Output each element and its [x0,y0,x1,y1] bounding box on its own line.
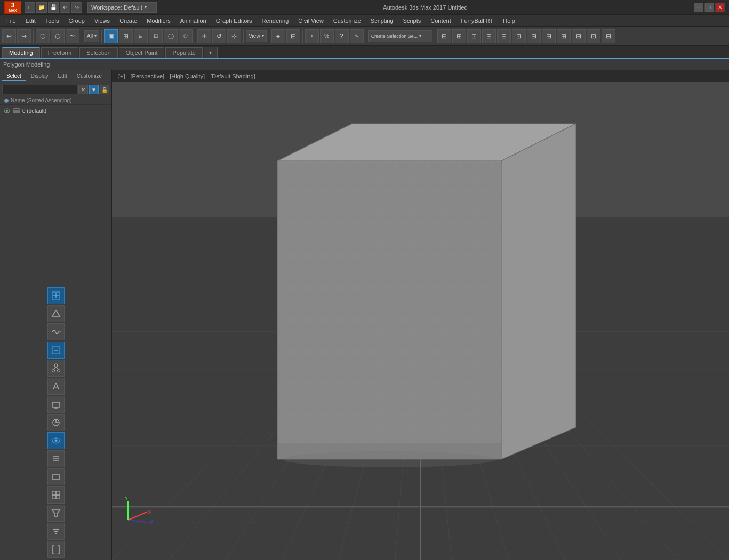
cmd-motion-btn[interactable] [47,378,65,395]
angle-snap-btn[interactable]: ⌖ [305,29,319,43]
view-label: View [249,33,260,39]
curve-editor-btn[interactable]: ⊟ [527,29,541,43]
percent-snap-btn[interactable]: % [320,29,334,43]
menu-furryball[interactable]: FurryBall RT [456,15,498,27]
filter-dropdown[interactable]: All ▾ [84,30,99,42]
menu-group[interactable]: Group [64,15,89,27]
menu-file[interactable]: File [2,15,20,27]
menu-customize[interactable]: Customize [329,15,365,27]
tab-object-paint[interactable]: Object Paint [119,47,165,58]
viewport-quality[interactable]: [High Quality] [167,72,207,80]
undo-btn[interactable]: ↩ [2,29,16,43]
menu-help[interactable]: Help [499,15,519,27]
scale-btn[interactable]: ⊹ [227,29,241,43]
menu-rendering[interactable]: Rendering [258,15,293,27]
cmd-funnel-btn[interactable] [47,505,65,522]
render-last-btn[interactable]: ⊟ [602,29,615,43]
search-clear-btn[interactable]: ✕ [78,85,88,94]
maximize-btn[interactable]: □ [704,3,714,12]
cmd-grid-btn[interactable] [47,486,65,504]
cmd-eye-btn[interactable] [47,432,65,449]
viewport[interactable]: [+] [Perspective] [High Quality] [Defaul… [112,70,729,560]
menu-create[interactable]: Create [115,15,141,27]
move-btn[interactable]: ✛ [197,29,211,43]
menu-civil-view[interactable]: Civil View [294,15,327,27]
cmd-create-btn[interactable] [47,287,65,304]
cmd-filter2-btn[interactable] [47,523,65,540]
cmd-bracket-btn[interactable] [47,541,65,558]
schematic-view-btn[interactable]: ⊟ [542,29,556,43]
redo-title-btn[interactable]: ↪ [71,2,82,13]
menu-content[interactable]: Content [426,15,455,27]
quick-align-btn[interactable]: ⊡ [467,29,481,43]
menu-scripting[interactable]: Scripting [366,15,398,27]
menu-scripts[interactable]: Scripts [399,15,426,27]
cmd-modify-btn[interactable] [47,342,65,359]
scene-item-0[interactable]: 0 (default) [1,106,110,116]
cmd-display-btn[interactable] [47,396,65,413]
pivot-btn[interactable]: ◈ [271,29,285,43]
align-view-btn[interactable]: ⊟ [482,29,496,43]
tab-selection[interactable]: Selection [79,47,117,58]
link-btn[interactable]: ⬡ [36,29,50,43]
view-dropdown[interactable]: View ▾ [246,30,267,42]
select-object-btn[interactable]: ▣ [104,29,118,43]
rotate-btn[interactable]: ↺ [212,29,226,43]
open-file-btn[interactable]: 📁 [36,2,47,13]
workspace-dropdown[interactable]: Workspace: Default ▾ [87,2,157,13]
undo-title-btn[interactable]: ↩ [60,2,70,13]
cmd-utilities-btn[interactable] [47,414,65,431]
close-btn[interactable]: ✕ [715,3,725,12]
material-editor-btn[interactable]: ⊞ [557,29,571,43]
fence-select-btn[interactable]: ⬠ [179,29,193,43]
edit-named-sel-btn[interactable]: ✎ [350,29,364,43]
circle-select-btn[interactable]: ◯ [164,29,178,43]
tab-extra-btn[interactable]: ▾ [204,47,218,58]
search-filter-btn[interactable]: ▼ [89,85,99,94]
box-right-noise [501,124,576,459]
menu-animation[interactable]: Animation [176,15,211,27]
cmd-geo-btn[interactable] [47,305,65,322]
redo-btn[interactable]: ↪ [17,29,31,43]
viewport-shading[interactable]: [Default Shading] [208,72,257,80]
tab-populate[interactable]: Populate [165,47,202,58]
render-setup-btn[interactable]: ⊟ [572,29,586,43]
layer-manager-btn[interactable]: ⊟ [497,29,511,43]
ribbon-btn[interactable]: ⊡ [512,29,526,43]
tab-modeling[interactable]: Modeling [2,47,40,58]
tab-freeform[interactable]: Freeform [41,47,79,58]
mirror-btn[interactable]: ⊟ [437,29,451,43]
unlink-btn[interactable]: ⬡ [51,29,65,43]
bind-btn[interactable]: 〜 [66,29,79,43]
cmd-rect-btn[interactable] [47,468,65,485]
tab-strip: Modeling Freeform Selection Object Paint… [0,46,729,59]
cmd-list-btn[interactable] [47,450,65,467]
menu-tools[interactable]: Tools [41,15,63,27]
align-btn[interactable]: ⊟ [286,29,300,43]
select-region-btn[interactable]: ⊞ [119,29,133,43]
scene-tab-display[interactable]: Display [27,72,53,81]
create-selection-dropdown[interactable]: Create Selection Se... ▾ [368,30,432,42]
search-lock-btn[interactable]: 🔒 [100,85,109,94]
viewport-plus[interactable]: [+] [116,72,127,80]
spinner-snap-btn[interactable]: ? [335,29,349,43]
scene-tab-select[interactable]: Select [2,72,26,81]
select-by-name-btn[interactable]: ⊟ [134,29,148,43]
viewport-perspective[interactable]: [Perspective] [129,72,167,80]
minimize-btn[interactable]: ─ [694,3,703,12]
menu-modifiers[interactable]: Modifiers [142,15,175,27]
rect-select-btn[interactable]: ⊡ [149,29,163,43]
array-btn[interactable]: ⊞ [452,29,466,43]
svg-rect-16 [52,402,60,407]
scene-tab-edit[interactable]: Edit [54,72,71,81]
menu-views[interactable]: Views [90,15,114,27]
new-file-btn[interactable]: □ [25,2,35,13]
search-input[interactable] [2,85,77,94]
menu-edit[interactable]: Edit [21,15,40,27]
menu-graph-editors[interactable]: Graph Editors [212,15,257,27]
render-frame-btn[interactable]: ⊡ [587,29,600,43]
cmd-wave-btn[interactable] [47,323,65,340]
scene-tab-customize[interactable]: Customize [73,72,106,81]
cmd-hierarchy-btn[interactable] [47,360,65,377]
save-file-btn[interactable]: 💾 [48,2,59,13]
